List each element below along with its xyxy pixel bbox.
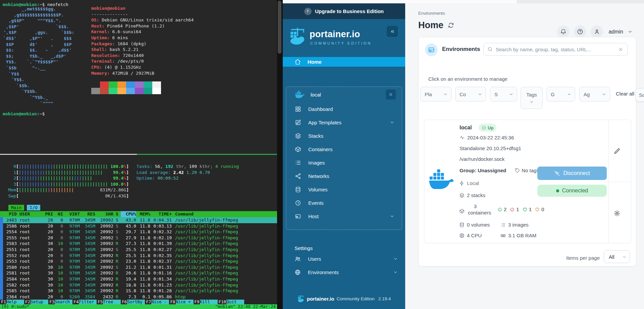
- refresh-icon[interactable]: [448, 22, 454, 28]
- fkey-f7[interactable]: F7Nice -: [145, 300, 169, 304]
- chevron-down-icon: [443, 92, 448, 97]
- settings-heading: Settings: [294, 245, 405, 252]
- process-row[interactable]: 2553root200970M345M20992R23.011.80:02.37…: [0, 258, 277, 264]
- process-row[interactable]: 2581root3010970M345M20992R20.611.80:01.1…: [0, 270, 277, 276]
- sidebar-item-volumes[interactable]: Volumes: [286, 183, 402, 196]
- chevron-down-icon[interactable]: [628, 29, 633, 34]
- docker-logo: [428, 169, 455, 191]
- clear-all-button[interactable]: Clear all: [616, 91, 637, 98]
- chevron-down-icon: [390, 120, 394, 125]
- sidebar-item-dashboard[interactable]: Dashboard: [286, 102, 402, 116]
- palette-swatch: [109, 81, 117, 88]
- process-row[interactable]: 2586root200970M345M20992S43.011.80:03.13…: [0, 223, 277, 229]
- stacks-row: 2 stacks: [459, 192, 485, 198]
- user-menu[interactable]: admin: [608, 29, 623, 35]
- filter-tags[interactable]: Tags: [521, 87, 543, 109]
- fkey-f8[interactable]: F8Nice +: [169, 300, 193, 304]
- templates-icon: [295, 119, 301, 126]
- user-avatar-icon[interactable]: [591, 25, 603, 38]
- fkey-f1[interactable]: F1Help: [0, 300, 24, 304]
- environment-section-header[interactable]: local: [286, 87, 402, 102]
- fkey-f10[interactable]: F10Quit: [218, 300, 245, 304]
- palette-swatch: [100, 88, 109, 94]
- fkey-f9[interactable]: F9Kill: [194, 300, 218, 304]
- gear-icon[interactable]: [613, 210, 621, 217]
- footer-version: 2.19.4: [378, 296, 391, 301]
- htop-table-header[interactable]: PIDUSERPRINIVIRTRESSHRSCPU%MEM%TIME+Comm…: [0, 211, 277, 217]
- sidebar-item-stacks[interactable]: Stacks: [286, 129, 402, 142]
- images-row: 3 images: [500, 222, 529, 228]
- sidebar-item-networks[interactable]: Networks: [286, 169, 402, 183]
- filter-pla[interactable]: Pla: [420, 87, 451, 102]
- fkey-f3[interactable]: F3Search: [48, 300, 72, 304]
- close-icon[interactable]: [386, 89, 396, 100]
- fkey-f4[interactable]: F4Filter: [72, 300, 97, 304]
- process-row[interactable]: 2580root3010970M345M20992S21.211.80:01.3…: [0, 264, 277, 270]
- sidebar-item-home[interactable]: Home: [283, 57, 405, 67]
- sidebar-collapse-button[interactable]: [387, 26, 398, 37]
- heart-counter[interactable]: 0: [535, 206, 544, 212]
- engine-row: Standalone 20.10.25+dfsg1: [460, 145, 521, 151]
- terminal-window: mobian@mobian:~$ neofetch _,met$$$$$gg. …: [0, 0, 277, 309]
- htop-tab-main[interactable]: Main: [8, 205, 24, 210]
- docker-whale-icon: [295, 90, 305, 99]
- search-input[interactable]: [495, 46, 616, 53]
- environment-hint: Click on an environment to manage: [428, 76, 507, 82]
- process-row[interactable]: 2582root3010970M345M20992R18.811.80:01.2…: [0, 282, 277, 288]
- process-row[interactable]: 2584root3010970M345M20992R19.411.80:01.3…: [0, 276, 277, 282]
- notifications-bell-icon[interactable]: [557, 25, 570, 38]
- connected-badge: Connected: [537, 185, 607, 197]
- sidebar-item-environments[interactable]: Environments: [283, 265, 405, 279]
- container-status-counters: 2110: [497, 206, 544, 212]
- sidebar-item-host[interactable]: Host: [286, 209, 402, 223]
- brand-edition: COMMUNITY EDITION: [310, 41, 372, 45]
- palette-swatch: [144, 81, 152, 88]
- footer-brand[interactable]: portainer.io: [307, 296, 334, 302]
- palette-swatch: [152, 88, 161, 94]
- status-badge: Up: [479, 124, 496, 132]
- clear-search-icon[interactable]: [618, 47, 623, 52]
- filter-co[interactable]: Co: [455, 87, 486, 102]
- process-row[interactable]: 2555root200970M345M20992S27.911.80:02.19…: [0, 235, 277, 241]
- sidebar-item-events[interactable]: Events: [286, 196, 402, 209]
- process-row[interactable]: 2585root3010970M345M20992R15.811.80:01.2…: [0, 288, 277, 294]
- filter-ag[interactable]: Ag: [579, 87, 610, 102]
- process-row[interactable]: 2552root200970M345M20992R25.511.80:02.35…: [0, 253, 277, 259]
- process-row[interactable]: 2554root200970M345M20992S29.711.80:02.32…: [0, 229, 277, 235]
- sidebar-item-users[interactable]: Users: [283, 252, 405, 265]
- environment-card[interactable]: local Up 2024-03-22 22:45:36 Standalone …: [424, 120, 631, 243]
- sort-by-select[interactable]: So: [636, 88, 644, 102]
- sidebar-footer: portainer.io Community Edition 2.19.4: [283, 288, 405, 309]
- palette-swatch: [144, 88, 152, 94]
- edit-pencil-icon[interactable]: [613, 147, 621, 154]
- sidebar-item-app-templates[interactable]: App Templates: [286, 116, 402, 129]
- process-row[interactable]: 2551root200970M345M20992S25.511.80:02.27…: [0, 247, 277, 253]
- upgrade-banner[interactable]: Upgrade to Business Edition: [283, 3, 405, 19]
- heart-counter[interactable]: 1: [522, 206, 532, 212]
- disconnect-button[interactable]: Disconnect: [537, 167, 607, 180]
- fkey-f5[interactable]: F5Tree: [97, 300, 121, 304]
- htop-tab-io[interactable]: I/O: [27, 205, 40, 210]
- power-counter[interactable]: 1: [509, 206, 519, 212]
- host-icon: [295, 213, 301, 220]
- htop-function-key-bar: F1HelpF2SetupF3SearchF4FilterF5TreeF6Sor…: [0, 300, 277, 304]
- items-per-page-select[interactable]: All: [604, 250, 630, 263]
- power-counter[interactable]: 2: [497, 206, 506, 212]
- fkey-f2[interactable]: F2Setup: [24, 300, 48, 304]
- htop-tabs: MainI/O: [8, 205, 40, 210]
- socket-row: /var/run/docker.sock: [460, 156, 504, 162]
- cpu-row: 4 CPU: [459, 233, 482, 238]
- globe-icon: [294, 269, 301, 275]
- sidebar-item-images[interactable]: Images: [286, 156, 402, 169]
- filter-g[interactable]: G: [546, 87, 575, 102]
- scrollbar-thumb[interactable]: [278, 1, 281, 54]
- sidebar-item-containers[interactable]: Containers: [286, 142, 402, 156]
- help-icon[interactable]: [574, 25, 586, 38]
- screen-clock: "mobian" 22:48 22-Mar-24: [215, 304, 276, 309]
- process-row[interactable]: 2483root200970M345M20992S43.011.80:04.31…: [0, 217, 277, 223]
- filter-s[interactable]: S: [490, 87, 517, 102]
- search-icon: [487, 47, 493, 52]
- process-row[interactable]: 2583root3010970M345M20992R27.311.80:01.3…: [0, 241, 277, 247]
- process-row[interactable]: 2364root200526035842432R7.30.10:05.86hto…: [0, 294, 277, 300]
- fkey-f6[interactable]: F6SortBy: [121, 300, 145, 304]
